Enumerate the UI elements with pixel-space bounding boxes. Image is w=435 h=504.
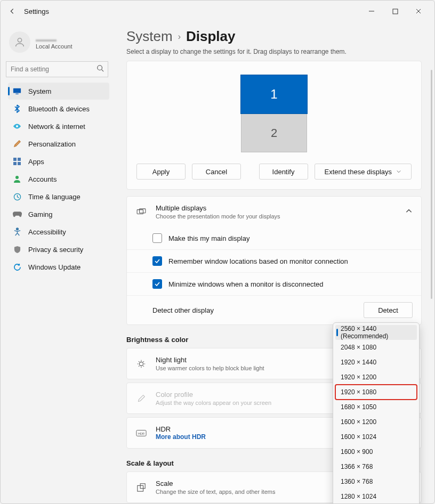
- nav-item-accounts[interactable]: Accounts: [8, 170, 109, 188]
- breadcrumb-parent[interactable]: System: [126, 28, 173, 45]
- resolution-dropdown[interactable]: 2560 × 1440 (Recommended)2048 × 10801920…: [333, 322, 420, 503]
- bluetooth-icon: [12, 104, 22, 113]
- svg-point-12: [15, 176, 19, 179]
- svg-rect-11: [18, 162, 21, 165]
- window-title: Settings: [24, 7, 49, 15]
- svg-rect-10: [13, 162, 17, 165]
- night-light-icon: [135, 359, 147, 369]
- nav-item-system[interactable]: System: [8, 83, 109, 100]
- chevron-right-icon: ›: [178, 32, 181, 42]
- nav-label: Gaming: [28, 210, 53, 218]
- monitor-1[interactable]: 1: [240, 75, 308, 114]
- resolution-option[interactable]: 1920 × 1200: [335, 370, 417, 385]
- nav-item-accessibility[interactable]: Accessibility: [8, 223, 109, 240]
- nav-label: Time & language: [28, 193, 80, 201]
- minimize-windows-option[interactable]: Minimize windows when a monitor is disco…: [127, 272, 421, 295]
- svg-rect-7: [16, 125, 18, 127]
- back-button[interactable]: [5, 4, 20, 19]
- svg-rect-16: [140, 208, 146, 213]
- svg-text:HDR: HDR: [138, 432, 144, 435]
- minimize-button[interactable]: [360, 4, 383, 19]
- account-name: ▬▬▬: [36, 35, 72, 43]
- hdr-icon: HDR: [135, 429, 147, 437]
- nav-item-privacy[interactable]: Privacy & security: [8, 241, 109, 258]
- system-icon: [12, 86, 22, 96]
- network-icon: [12, 121, 22, 131]
- nav-label: Bluetooth & devices: [28, 105, 90, 113]
- avatar-icon: [9, 31, 30, 53]
- nav-label: Personalization: [28, 140, 76, 148]
- nav-label: Windows Update: [28, 263, 80, 271]
- close-button[interactable]: [407, 4, 430, 19]
- accounts-icon: [12, 174, 22, 184]
- resolution-option[interactable]: 1360 × 768: [335, 474, 417, 489]
- svg-rect-8: [13, 158, 17, 161]
- resolution-option[interactable]: 1680 × 1050: [335, 400, 417, 414]
- scrollbar[interactable]: [431, 70, 432, 299]
- identify-button[interactable]: Identify: [259, 164, 308, 180]
- resolution-option[interactable]: 2048 × 1080: [335, 340, 417, 355]
- account-block[interactable]: ▬▬▬ Local Account: [9, 31, 111, 53]
- nav-label: Accounts: [28, 175, 57, 183]
- search-input[interactable]: [6, 61, 108, 77]
- nav-label: Privacy & security: [28, 246, 83, 254]
- gaming-icon: [12, 209, 22, 219]
- color-profile-icon: [135, 394, 147, 403]
- monitor-2[interactable]: 2: [241, 114, 307, 152]
- apply-button[interactable]: Apply: [136, 164, 186, 180]
- time-icon: [12, 192, 22, 201]
- svg-point-17: [139, 362, 143, 365]
- nav-item-time[interactable]: Time & language: [8, 188, 109, 205]
- privacy-icon: [12, 245, 22, 254]
- remember-window-locations-option[interactable]: Remember window locations based on monit…: [127, 249, 421, 272]
- detect-other-display-row: Detect other display Detect: [127, 295, 421, 324]
- svg-rect-21: [140, 483, 145, 488]
- make-main-display-option[interactable]: Make this my main display: [127, 227, 421, 249]
- resolution-option[interactable]: 1600 × 900: [335, 444, 417, 459]
- svg-point-14: [16, 228, 18, 230]
- resolution-option[interactable]: 1920 × 1080: [335, 385, 417, 400]
- resolution-option[interactable]: 1366 × 768: [335, 459, 417, 474]
- nav-label: System: [28, 87, 51, 95]
- page-subtitle: Select a display to change the settings …: [126, 48, 422, 55]
- scale-icon: [135, 483, 147, 492]
- nav-item-bluetooth[interactable]: Bluetooth & devices: [8, 100, 109, 117]
- svg-line-4: [102, 70, 104, 72]
- display-mode-dropdown[interactable]: Extend these displays: [315, 164, 412, 180]
- maximize-button[interactable]: [383, 4, 407, 19]
- multiple-displays-row[interactable]: Multiple displays Choose the presentatio…: [127, 197, 421, 227]
- nav-item-gaming[interactable]: Gaming: [8, 206, 109, 223]
- nav-item-network[interactable]: Network & internet: [8, 118, 109, 135]
- resolution-option[interactable]: 1920 × 1440: [335, 355, 417, 370]
- cancel-button[interactable]: Cancel: [192, 164, 241, 180]
- more-about-hdr-link[interactable]: More about HDR: [156, 433, 206, 441]
- nav-item-apps[interactable]: Apps: [8, 153, 109, 170]
- resolution-option[interactable]: 2560 × 1440 (Recommended): [335, 325, 417, 340]
- checkbox-checked-icon[interactable]: [152, 279, 162, 289]
- page-title: Display: [186, 28, 236, 45]
- chevron-up-icon: [405, 207, 413, 217]
- svg-point-3: [98, 66, 102, 70]
- detect-button[interactable]: Detect: [364, 302, 413, 318]
- resolution-option[interactable]: 1280 × 1024: [335, 489, 417, 503]
- apps-icon: [12, 157, 22, 166]
- personalization-icon: [12, 139, 22, 149]
- nav-item-personalization[interactable]: Personalization: [8, 135, 109, 152]
- svg-point-2: [18, 38, 21, 42]
- svg-rect-15: [137, 209, 143, 214]
- accessibility-icon: [12, 227, 22, 237]
- nav-item-update[interactable]: Windows Update: [8, 258, 109, 275]
- svg-rect-5: [13, 88, 21, 93]
- checkbox-unchecked-icon[interactable]: [152, 233, 162, 243]
- update-icon: [12, 262, 22, 272]
- nav-label: Apps: [28, 158, 44, 166]
- resolution-option[interactable]: 1600 × 1200: [335, 414, 417, 429]
- nav-label: Accessibility: [28, 228, 66, 236]
- svg-rect-1: [393, 9, 398, 14]
- resolution-option[interactable]: 1600 × 1024: [335, 429, 417, 444]
- checkbox-checked-icon[interactable]: [152, 256, 162, 266]
- multiple-displays-icon: [135, 208, 147, 216]
- svg-rect-9: [18, 158, 21, 161]
- nav-label: Network & internet: [28, 123, 85, 131]
- search-field[interactable]: [6, 61, 108, 77]
